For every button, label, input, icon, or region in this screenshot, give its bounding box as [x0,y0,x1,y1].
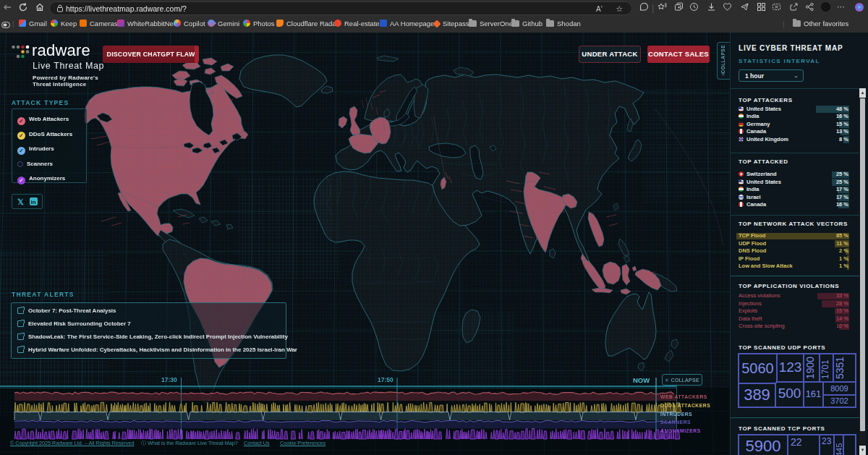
svg-text:𝕏: 𝕏 [17,197,24,206]
svg-text:in: in [31,199,36,205]
